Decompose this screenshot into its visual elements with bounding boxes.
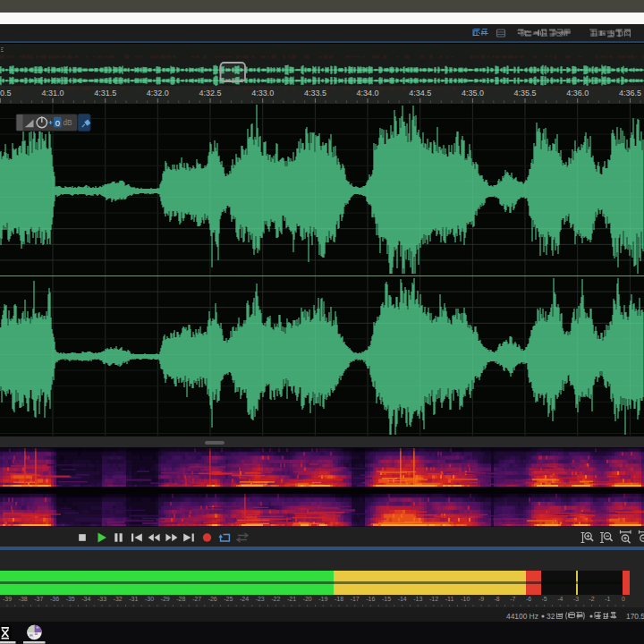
svg-text:0: 0 <box>55 118 60 128</box>
svg-text:dB: dB <box>64 118 73 127</box>
svg-text:44100 Hz: 44100 Hz <box>506 612 538 621</box>
svg-text:32: 32 <box>547 612 555 621</box>
svg-text:170.59: 170.59 <box>626 612 644 621</box>
